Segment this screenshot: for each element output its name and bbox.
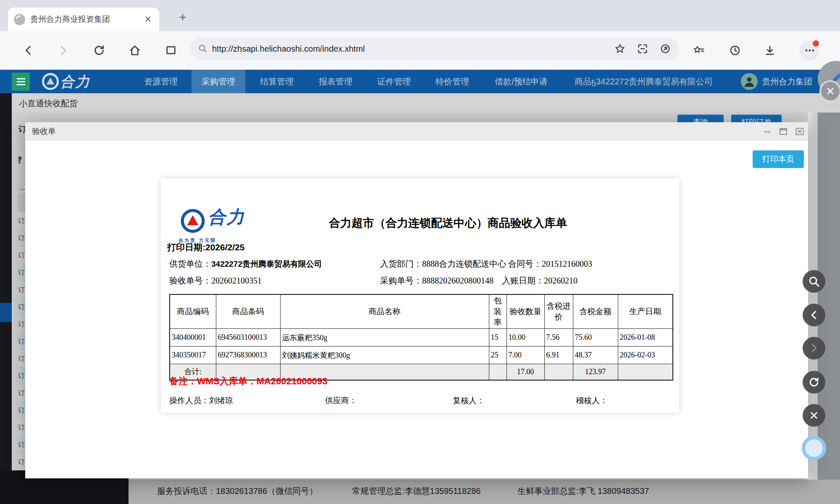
nav-item-settlement-mgmt[interactable]: 结算管理 — [260, 70, 294, 93]
site-favicon-icon — [14, 14, 25, 25]
table-row-stub: 订单 — [18, 453, 26, 470]
table-row-stub: 订单 — [18, 367, 26, 384]
close-tool-button[interactable] — [803, 404, 825, 427]
bookmarks-list-button[interactable] — [689, 40, 709, 60]
purchase-number-line: 采购单号：88882026020800148 入账日期：20260210 — [380, 275, 578, 286]
breadcrumb-bar — [0, 93, 840, 113]
table-row-stub: 订单 — [18, 264, 26, 281]
receipt-number-line: 验收单号：202602100351 — [169, 275, 262, 286]
nav-item-loan-request[interactable]: 借款/预结申请 — [495, 70, 548, 93]
browser-tab[interactable]: 贵州合力商业投资集团 ✕ — [8, 8, 159, 31]
share-send-icon[interactable] — [659, 43, 671, 55]
table-row-stub: 订单 — [18, 436, 26, 453]
table-row: 3403500176927368300013 刘姨妈糯米黄粑300g25 7.0… — [170, 346, 673, 364]
refresh-tool-button[interactable] — [803, 371, 825, 394]
modal-header[interactable]: 验收单 — [25, 122, 808, 141]
receipt-table: 商品编码商品条码 商品名称包装率 验收数量含税进价 含税金额生产日期 34040… — [169, 294, 673, 381]
address-bar[interactable]: http://zhsapi.helichaoshi.com/index.xhtm… — [190, 37, 679, 60]
nav-item-resource-mgmt[interactable]: 资源管理 — [144, 70, 178, 93]
table-row-stub: 订单 — [18, 229, 26, 247]
prev-page-button[interactable] — [803, 304, 825, 326]
table-row-stub: 订单 — [18, 315, 26, 333]
downloads-button[interactable] — [760, 40, 780, 60]
maximize-icon[interactable] — [778, 126, 788, 136]
desktop-mode-button[interactable] — [161, 40, 181, 60]
stub-table-header — [18, 193, 26, 212]
forward-button[interactable] — [53, 40, 73, 60]
chevron-right-icon — [808, 342, 820, 354]
screenshot-capture-icon[interactable] — [637, 43, 648, 55]
browser-menu-button[interactable] — [800, 40, 820, 60]
heli-logo-text: 合力 — [208, 205, 245, 229]
nav-item-special-price-mgmt[interactable]: 特价管理 — [436, 70, 469, 93]
table-row-stub: 订单 — [18, 419, 26, 436]
nav-item-purchase-mgmt[interactable]: 采购管理 — [192, 70, 245, 93]
table-row-stub: 订单 — [18, 350, 26, 367]
table-row-stub: 订单 — [18, 402, 26, 419]
brand-logo-text: 合力 — [60, 72, 90, 92]
back-button[interactable] — [18, 40, 39, 60]
browser-tab-strip: 贵州合力商业投资集团 ✕ + — [0, 0, 840, 31]
table-row-stub: 订单 — [18, 333, 26, 350]
app-navbar — [0, 70, 840, 93]
annotation-close-button[interactable] — [819, 80, 840, 102]
close-icon — [808, 410, 819, 421]
minimize-icon[interactable] — [763, 127, 772, 136]
signoff-auditor: 稽核人： — [576, 395, 608, 406]
clipped-text-fragment: 扌 — [18, 155, 26, 165]
page-footer: 服务投诉电话：18302613786（微信同号） 常规管理总监:李德慧13595… — [129, 480, 840, 504]
breadcrumb: 小直通快收配货 — [19, 98, 78, 109]
table-row-stub: 订单 — [18, 281, 26, 298]
heli-logo-icon — [180, 208, 206, 236]
nav-item-report-mgmt[interactable]: 报表管理 — [319, 70, 352, 93]
refresh-icon — [808, 376, 820, 388]
account-name[interactable]: 贵州合力集团 — [762, 70, 812, 93]
table-header-row: 商品编码商品条码 商品名称包装率 验收数量含税进价 含税金额生产日期 — [170, 294, 673, 329]
nav-item-product-overlapped[interactable]: 商品ҕ3422272贵州腾泰贸易有限公司 — [575, 70, 713, 93]
chevron-left-icon — [808, 309, 820, 321]
footer-service-phone: 服务投诉电话：18302613786（微信同号） — [157, 486, 318, 497]
table-row-stub: 订单 — [18, 384, 26, 402]
close-icon — [825, 86, 835, 96]
left-row-stubs: 订单订单订单订单订单订单订单订单订单订单订单订单订单订单订单订单 — [18, 193, 26, 479]
search-icon — [198, 44, 208, 54]
print-date: 打印日期:2026/2/25 — [167, 242, 244, 253]
home-button[interactable] — [125, 40, 145, 60]
new-tab-button[interactable]: + — [174, 9, 191, 26]
nav-item-certificate-mgmt[interactable]: 证件管理 — [377, 70, 411, 93]
sidebar-selected-item[interactable] — [0, 303, 12, 322]
signoff-operator: 操作人员：刘绪琼 — [169, 395, 233, 406]
table-row-stub: 订单 — [18, 247, 26, 264]
reload-button[interactable] — [89, 40, 109, 60]
next-page-button[interactable] — [803, 337, 825, 360]
notification-dot — [813, 40, 819, 47]
history-button[interactable] — [725, 40, 745, 60]
tab-close-icon[interactable]: ✕ — [142, 14, 153, 24]
table-row-stub: 订单 — [18, 212, 26, 229]
signoff-reviewer: 复核人： — [453, 395, 485, 406]
close-icon[interactable] — [795, 126, 805, 136]
zoom-tool-button[interactable] — [803, 270, 825, 293]
application-window: 贵州合力商业投资集团 ✕ + http://zhsapi.helichaoshi… — [0, 0, 840, 504]
url-text[interactable]: http://zhsapi.helichaoshi.com/index.xhtm… — [212, 44, 610, 54]
print-this-page-button[interactable]: 打印本页 — [753, 150, 804, 168]
wms-remark: 备注：WMS入库单：MA26021000093 — [169, 375, 328, 388]
document-title: 合力超市（合力连锁配送中心）商品验收入库单 — [329, 215, 567, 231]
signoff-supplier: 供应商： — [325, 395, 357, 406]
department-line: 入货部门：8888合力连锁配送中心 合同号：201512160003 — [380, 258, 592, 270]
tab-title: 贵州合力商业投资集团 — [30, 14, 137, 25]
user-avatar[interactable] — [741, 73, 758, 90]
menu-toggle-button[interactable] — [12, 73, 30, 91]
table-row: 3404000016945603100013 远东蕨粑350g15 10.007… — [170, 329, 673, 346]
supplier-value: 3422272贵州腾泰贸易有限公司 — [211, 260, 322, 268]
hamburger-icon — [17, 78, 25, 79]
footer-director-fresh: 生鲜事业部总监:李飞 13809483537 — [517, 486, 649, 497]
magnifier-icon — [808, 275, 820, 288]
brand-logo-icon — [41, 72, 60, 92]
bookmark-star-icon[interactable] — [614, 43, 626, 55]
collapsed-sidebar — [0, 93, 12, 504]
assistant-bubble-button[interactable] — [802, 436, 826, 460]
receipt-modal: 验收单 打印本页 合力 合为贵 力无限 合力超市（合力连锁配送中心）商品验收入库… — [25, 122, 808, 478]
modal-title: 验收单 — [32, 126, 56, 137]
table-row-stub: 订单 — [18, 298, 26, 315]
